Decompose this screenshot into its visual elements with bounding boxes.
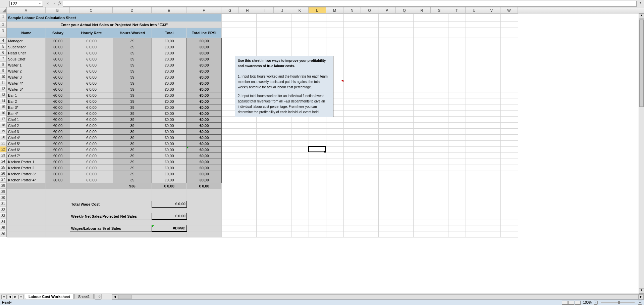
cell[interactable]: [414, 159, 431, 165]
cell[interactable]: [466, 123, 483, 129]
cell[interactable]: [222, 177, 239, 183]
cell[interactable]: [239, 231, 257, 237]
cell[interactable]: [344, 141, 361, 147]
cell[interactable]: [431, 98, 448, 104]
spreadsheet-grid[interactable]: Sample Labour Cost Calculation SheetEnte…: [7, 13, 518, 237]
cell[interactable]: [501, 207, 518, 213]
cell[interactable]: [501, 111, 518, 117]
cell[interactable]: [396, 159, 414, 165]
cell[interactable]: [414, 123, 431, 129]
cell[interactable]: [361, 74, 379, 80]
cell[interactable]: [344, 68, 361, 74]
cell[interactable]: [344, 86, 361, 92]
cell[interactable]: [396, 129, 414, 135]
cell[interactable]: [326, 117, 344, 123]
cell[interactable]: [309, 177, 326, 183]
table-cell[interactable]: € 0,00: [70, 165, 113, 171]
cell[interactable]: [239, 201, 257, 207]
table-cell[interactable]: €0,00: [187, 68, 222, 74]
cell[interactable]: [309, 219, 326, 225]
cell[interactable]: [466, 86, 483, 92]
cell[interactable]: [483, 68, 501, 74]
cell[interactable]: [483, 129, 501, 135]
cell[interactable]: [274, 165, 291, 171]
cell[interactable]: [222, 147, 239, 153]
table-cell[interactable]: €0,00: [152, 177, 187, 183]
cell[interactable]: [309, 195, 326, 201]
row-header-7[interactable]: 7: [0, 56, 7, 62]
row-header-30[interactable]: 30: [0, 195, 7, 201]
table-cell[interactable]: €0,00: [152, 159, 187, 165]
cell[interactable]: [274, 153, 291, 159]
table-cell[interactable]: 39: [113, 38, 152, 44]
cell[interactable]: [396, 92, 414, 98]
cell[interactable]: [396, 117, 414, 123]
cell[interactable]: [361, 56, 379, 62]
cell[interactable]: [448, 189, 466, 195]
cell[interactable]: [344, 201, 361, 207]
cell[interactable]: [501, 74, 518, 80]
cell[interactable]: [396, 38, 414, 44]
table-cell[interactable]: € 0,00: [70, 38, 113, 44]
cell[interactable]: [152, 231, 187, 237]
cell[interactable]: [501, 117, 518, 123]
cell[interactable]: [239, 117, 257, 123]
cell[interactable]: [431, 159, 448, 165]
cell[interactable]: [431, 201, 448, 207]
cell[interactable]: [431, 68, 448, 74]
table-cell[interactable]: Kitchen Porter 4*: [7, 177, 46, 183]
cell[interactable]: [291, 207, 309, 213]
cell[interactable]: [379, 147, 396, 153]
cell[interactable]: [448, 62, 466, 68]
cell[interactable]: [466, 171, 483, 177]
cell[interactable]: [466, 231, 483, 237]
cell[interactable]: [239, 129, 257, 135]
cell[interactable]: [152, 207, 187, 213]
cell[interactable]: [466, 177, 483, 183]
cell[interactable]: [483, 74, 501, 80]
cell[interactable]: [344, 153, 361, 159]
cell[interactable]: [466, 195, 483, 201]
cell[interactable]: [257, 171, 274, 177]
cell[interactable]: [466, 219, 483, 225]
cell[interactable]: [326, 135, 344, 141]
cell[interactable]: [326, 189, 344, 195]
table-cell[interactable]: €0,00: [187, 153, 222, 159]
cell[interactable]: [361, 62, 379, 68]
table-cell[interactable]: €0,00: [187, 141, 222, 147]
table-cell[interactable]: €0,00: [152, 80, 187, 86]
cell[interactable]: [466, 153, 483, 159]
table-cell[interactable]: €0,00: [187, 104, 222, 111]
table-cell[interactable]: €0,00: [152, 153, 187, 159]
cell[interactable]: [466, 201, 483, 207]
cell[interactable]: [448, 68, 466, 74]
cell[interactable]: [431, 50, 448, 56]
cell[interactable]: [379, 98, 396, 104]
name-box-dropdown-icon[interactable]: ▼: [39, 2, 41, 5]
col-header-J[interactable]: J: [274, 7, 291, 13]
table-cell[interactable]: €0,00: [46, 62, 70, 68]
table-cell[interactable]: €0,00: [187, 62, 222, 68]
cell[interactable]: [483, 141, 501, 147]
cell[interactable]: [431, 123, 448, 129]
cell[interactable]: [396, 225, 414, 231]
cell[interactable]: [466, 111, 483, 117]
cell[interactable]: [239, 195, 257, 201]
cell[interactable]: [291, 213, 309, 219]
table-cell[interactable]: Bar 1: [7, 92, 46, 98]
table-cell[interactable]: €0,00: [152, 141, 187, 147]
cell[interactable]: [291, 171, 309, 177]
cell[interactable]: [274, 117, 291, 123]
cell[interactable]: [291, 129, 309, 135]
cell[interactable]: [187, 231, 222, 237]
table-cell[interactable]: €0,00: [152, 74, 187, 80]
cell[interactable]: [431, 56, 448, 62]
table-cell[interactable]: €0,00: [152, 135, 187, 141]
table-cell[interactable]: 39: [113, 165, 152, 171]
cell[interactable]: [361, 98, 379, 104]
cell[interactable]: [239, 147, 257, 153]
cell[interactable]: [483, 201, 501, 207]
cell[interactable]: [274, 135, 291, 141]
table-cell[interactable]: €0,00: [187, 56, 222, 62]
cell[interactable]: [361, 86, 379, 92]
